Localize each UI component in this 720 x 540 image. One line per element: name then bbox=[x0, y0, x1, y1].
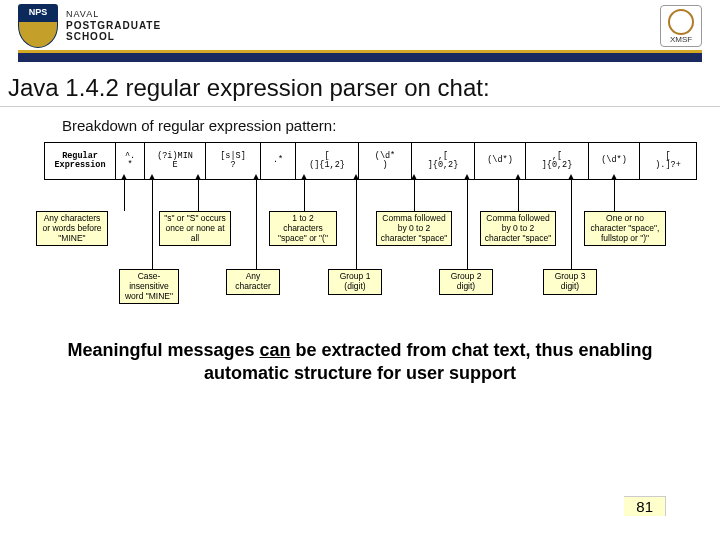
annot-mid-6: One or no character "space", fullstop or… bbox=[584, 211, 666, 246]
xmsf-label: XMSF bbox=[670, 35, 692, 44]
slide-title: Java 1.4.2 regular expression parser on … bbox=[8, 74, 712, 102]
arrow-10 bbox=[467, 179, 468, 269]
annot-mid-2: "s" or "S" occurs once or none at all bbox=[159, 211, 231, 246]
org-line-1: NAVAL bbox=[66, 10, 161, 20]
arrow-4 bbox=[414, 179, 415, 211]
arrow-3 bbox=[304, 179, 305, 211]
org-line-2: POSTGRADUATE bbox=[66, 20, 161, 31]
annot-mid-4: Comma followed by 0 to 2 character "spac… bbox=[376, 211, 452, 246]
arrow-1 bbox=[124, 179, 125, 211]
regex-cell-6: (\d* ) bbox=[359, 143, 412, 179]
regex-cell-9: ,[ ]{0,2} bbox=[526, 143, 589, 179]
regex-row: Regular Expression ^. * (?i)MIN E [s|S] … bbox=[44, 142, 697, 180]
arrow-11 bbox=[571, 179, 572, 269]
arrow-5 bbox=[518, 179, 519, 211]
gear-icon bbox=[668, 9, 694, 35]
annot-mid-5: Comma followed by 0 to 2 character "spac… bbox=[480, 211, 556, 246]
page-number: 81 bbox=[624, 496, 666, 516]
arrow-6 bbox=[614, 179, 615, 211]
logo-left-group: NPS NAVAL POSTGRADUATE SCHOOL bbox=[18, 4, 161, 48]
arrow-7 bbox=[152, 179, 153, 269]
arrow-9 bbox=[356, 179, 357, 269]
slide-subtitle: Breakdown of regular expression pattern: bbox=[62, 117, 720, 134]
org-name: NAVAL POSTGRADUATE SCHOOL bbox=[66, 10, 161, 42]
regex-diagram: Regular Expression ^. * (?i)MIN E [s|S] … bbox=[26, 142, 694, 317]
arrow-8 bbox=[256, 179, 257, 269]
annot-low-2: Any character bbox=[226, 269, 280, 295]
navy-divider bbox=[18, 53, 702, 62]
takeaway-pre: Meaningful messages bbox=[67, 340, 259, 360]
arrow-2 bbox=[198, 179, 199, 211]
annot-low-3: Group 1 (digit) bbox=[328, 269, 382, 295]
annot-low-5: Group 3 digit) bbox=[543, 269, 597, 295]
regex-cell-label: Regular Expression bbox=[45, 143, 116, 179]
annot-low-1: Case-insensitive word "MINE" bbox=[119, 269, 179, 304]
title-underline bbox=[0, 106, 720, 107]
takeaway-underline: can bbox=[259, 340, 290, 360]
slide-header: NPS NAVAL POSTGRADUATE SCHOOL XMSF bbox=[0, 0, 720, 50]
annot-mid-3: 1 to 2 characters "space" or "(" bbox=[269, 211, 337, 246]
regex-cell-4: .* bbox=[261, 143, 296, 179]
org-line-3: SCHOOL bbox=[66, 31, 161, 42]
xmsf-logo-icon: XMSF bbox=[660, 5, 702, 47]
nps-shield-icon: NPS bbox=[18, 4, 58, 48]
takeaway-text: Meaningful messages can be extracted fro… bbox=[36, 339, 684, 384]
annot-mid-1: Any characters or words before "MINE" bbox=[36, 211, 108, 246]
annot-low-4: Group 2 digit) bbox=[439, 269, 493, 295]
regex-cell-11: [ ).]?+ bbox=[640, 143, 696, 179]
